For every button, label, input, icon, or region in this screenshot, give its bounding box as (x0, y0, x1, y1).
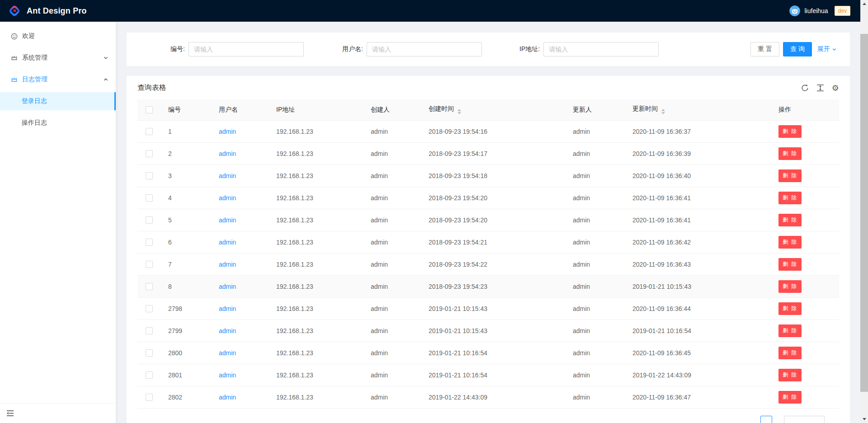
cell-updated: 2019-01-21 10:15:43 (625, 275, 771, 297)
cell-created: 2019-01-21 10:16:54 (421, 342, 566, 364)
username-link[interactable]: admin (219, 216, 236, 224)
username-link[interactable]: admin (219, 349, 236, 357)
reload-icon[interactable] (801, 84, 809, 92)
chevron-down-icon (832, 47, 837, 52)
username-link[interactable]: admin (219, 371, 236, 379)
scroll-down-arrow[interactable] (860, 415, 868, 423)
cell-updated: 2020-11-09 16:36:40 (625, 164, 771, 187)
row-checkbox[interactable] (146, 305, 153, 312)
row-checkbox[interactable] (146, 283, 153, 290)
delete-button[interactable]: 删 除 (778, 214, 802, 226)
cell-updated: 2019-01-21 10:16:54 (625, 320, 771, 342)
username-link[interactable]: admin (219, 128, 236, 135)
delete-button[interactable]: 删 除 (778, 258, 802, 271)
row-checkbox[interactable] (146, 150, 153, 157)
chevron-up-icon (103, 77, 108, 82)
ip-input[interactable] (543, 42, 659, 56)
cell-ip: 192.168.1.23 (269, 364, 363, 386)
cell-created: 2019-01-21 10:16:54 (421, 364, 566, 386)
cell-updated: 2020-11-09 16:36:47 (625, 386, 771, 408)
cell-creator: admin (363, 386, 421, 408)
delete-button[interactable]: 删 除 (778, 192, 802, 204)
username-link[interactable]: admin (219, 261, 236, 268)
row-checkbox[interactable] (146, 128, 153, 135)
delete-button[interactable]: 删 除 (778, 391, 802, 404)
pagination-page-button[interactable] (760, 416, 772, 423)
row-checkbox[interactable] (146, 172, 153, 179)
cell-created: 2018-09-23 19:54:21 (421, 231, 566, 253)
sidebar-collapse-trigger[interactable] (0, 403, 116, 423)
select-all-checkbox[interactable] (146, 106, 153, 113)
cell-creator: admin (363, 297, 421, 320)
username-link[interactable]: admin (219, 150, 236, 157)
query-button[interactable]: 查 询 (783, 42, 812, 56)
cell-id: 8 (161, 275, 212, 297)
cell-created: 2018-09-23 19:54:23 (421, 275, 566, 297)
username-link[interactable]: admin (219, 283, 236, 290)
id-input[interactable] (189, 42, 304, 56)
delete-button[interactable]: 删 除 (778, 169, 802, 182)
field-label-username: 用户名: (342, 45, 363, 53)
table-row: 2802admin192.168.1.23admin2019-01-22 14:… (137, 386, 839, 408)
cell-id: 2801 (161, 364, 212, 386)
sidebar-item-operation-log[interactable]: 操作日志 (0, 114, 116, 132)
username-link[interactable]: admin (219, 305, 236, 312)
data-table: 编号 用户名 IP地址 创建人 创建时间 更新人 更新时间 操作 1admin1… (137, 99, 839, 409)
cell-ip: 192.168.1.23 (269, 297, 363, 320)
row-checkbox[interactable] (146, 349, 153, 357)
sidebar-item-system-management[interactable]: 系统管理 (0, 49, 116, 67)
column-height-icon[interactable] (816, 84, 824, 92)
settings-icon[interactable]: ⚙ (832, 85, 839, 92)
cell-updater: admin (566, 253, 625, 275)
sidebar-item-login-log[interactable]: 登录日志 (0, 92, 116, 110)
username-link[interactable]: admin (219, 194, 236, 202)
row-checkbox[interactable] (146, 216, 153, 224)
row-checkbox[interactable] (146, 394, 153, 401)
reset-button[interactable]: 重 置 (750, 42, 779, 56)
delete-button[interactable]: 删 除 (778, 147, 802, 160)
row-checkbox[interactable] (146, 261, 153, 268)
expand-link[interactable]: 展开 (817, 45, 837, 53)
page-size-select[interactable] (784, 416, 825, 423)
delete-button[interactable]: 删 除 (778, 125, 802, 138)
cell-creator: admin (363, 142, 421, 164)
column-header-created[interactable]: 创建时间 (421, 99, 566, 120)
delete-button[interactable]: 删 除 (778, 302, 802, 315)
cell-updater: admin (566, 142, 625, 164)
cell-updater: admin (566, 364, 625, 386)
username-link[interactable]: admin (219, 394, 236, 401)
column-header-updated[interactable]: 更新时间 (625, 99, 771, 120)
delete-button[interactable]: 删 除 (778, 236, 802, 249)
cell-created: 2018-09-23 19:54:16 (421, 120, 566, 142)
cell-updated: 2020-11-09 16:36:44 (625, 297, 771, 320)
sidebar-item-welcome[interactable]: 欢迎 (0, 27, 116, 45)
avatar[interactable] (789, 5, 800, 16)
row-checkbox[interactable] (146, 371, 153, 379)
cell-ip: 192.168.1.23 (269, 120, 363, 142)
row-checkbox[interactable] (146, 327, 153, 334)
row-checkbox[interactable] (146, 194, 153, 202)
cell-ip: 192.168.1.23 (269, 275, 363, 297)
table-row: 8admin192.168.1.23admin2018-09-23 19:54:… (137, 275, 839, 297)
delete-button[interactable]: 删 除 (778, 324, 802, 337)
cell-id: 2 (161, 142, 212, 164)
username-link[interactable]: admin (219, 172, 236, 179)
cell-creator: admin (363, 120, 421, 142)
logo[interactable]: Ant Design Pro (8, 4, 87, 18)
username-input[interactable] (367, 42, 482, 56)
user-name[interactable]: liufeihua (804, 7, 828, 14)
delete-button[interactable]: 删 除 (778, 280, 802, 293)
table-row: 2799admin192.168.1.23admin2019-01-21 10:… (137, 320, 839, 342)
username-link[interactable]: admin (219, 327, 236, 334)
cell-creator: admin (363, 275, 421, 297)
username-link[interactable]: admin (219, 239, 236, 246)
delete-button[interactable]: 删 除 (778, 347, 802, 359)
scroll-up-arrow[interactable] (860, 0, 868, 8)
row-checkbox[interactable] (146, 239, 153, 246)
cell-ip: 192.168.1.23 (269, 253, 363, 275)
delete-button[interactable]: 删 除 (778, 369, 802, 381)
sidebar-item-log-management[interactable]: 日志管理 (0, 70, 116, 89)
column-header-ip: IP地址 (269, 99, 363, 120)
cell-updater: admin (566, 187, 625, 209)
scrollbar-thumb[interactable] (860, 34, 868, 392)
